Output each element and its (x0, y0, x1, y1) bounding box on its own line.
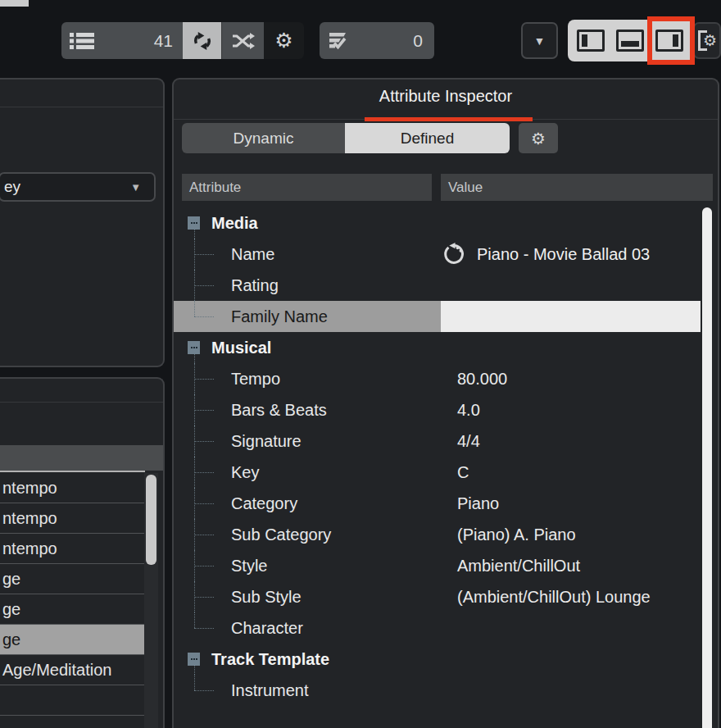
list-item (0, 716, 145, 728)
attribute-value-cell[interactable] (441, 675, 718, 706)
attribute-row[interactable]: NamePiano - Movie Ballad 03 (174, 239, 718, 270)
attribute-value-cell[interactable]: Piano (441, 488, 718, 519)
inspector-scrollbar-thumb[interactable] (702, 207, 712, 728)
tree-line (194, 535, 214, 535)
attribute-value: C (441, 457, 469, 488)
collapse-icon[interactable] (188, 341, 200, 354)
column-header-value[interactable]: Value (441, 174, 713, 201)
attribute-value-cell[interactable]: (Ambient/ChillOut) Lounge (441, 581, 718, 612)
left-zone-toggle-button[interactable] (577, 30, 605, 52)
attribute-label: Signature (231, 425, 302, 457)
checked-items-display[interactable]: 0 (320, 22, 434, 59)
attribute-row[interactable]: Rating (174, 270, 718, 301)
tree-line (194, 472, 214, 473)
list-scrollbar-thumb[interactable] (146, 475, 156, 565)
shuffle-button[interactable] (221, 22, 264, 59)
tree-line (194, 612, 195, 628)
panel-title: Attribute Inspector (174, 87, 718, 106)
attribute-inspector-panel: Attribute Inspector Dynamic Defined ⚙ At… (172, 78, 719, 728)
media-settings-button[interactable]: ⚙ (264, 22, 304, 59)
list-item[interactable]: ge (0, 625, 145, 655)
media-type-icon-wrap (442, 242, 467, 266)
attribute-group-row[interactable]: Media (174, 207, 718, 239)
attribute-row[interactable]: Signature4/4 (174, 425, 718, 457)
attribute-label: Bars & Beats (231, 394, 327, 425)
attribute-row[interactable]: Family Name (174, 301, 718, 332)
attribute-value-cell[interactable]: Ambient/ChillOut (441, 550, 718, 581)
filter-column-header[interactable] (0, 445, 163, 471)
sync-button[interactable] (183, 22, 221, 59)
list-item[interactable]: ntempo (0, 473, 145, 503)
loop-icon (442, 242, 467, 266)
attribute-settings-button[interactable]: ⚙ (519, 123, 558, 153)
panel-divider (0, 402, 163, 403)
tree-line (194, 379, 214, 380)
tree-line (194, 675, 195, 690)
checked-list-icon (328, 32, 349, 50)
tree-line (194, 690, 214, 691)
toolbar-dropdown-button[interactable]: ▼ (521, 22, 558, 59)
collapse-icon[interactable] (188, 653, 200, 666)
attribute-value-cell[interactable]: (Piano) A. Piano (441, 519, 718, 550)
tab-dynamic[interactable]: Dynamic (182, 123, 345, 153)
tree-line (194, 301, 195, 316)
window-layout-button[interactable]: ⚙ (693, 22, 721, 59)
attribute-label: Category (231, 488, 297, 519)
list-item[interactable]: ntempo (0, 503, 145, 534)
tab-defined[interactable]: Defined (345, 123, 510, 153)
tree-line (194, 628, 214, 629)
attribute-value: Ambient/ChillOut (441, 550, 580, 581)
media-items-count-display[interactable]: 41 (61, 22, 183, 59)
chevron-down-icon: ▼ (534, 34, 546, 48)
filter-dropdown-value: ey (0, 178, 20, 196)
column-header-attribute[interactable]: Attribute (182, 174, 432, 201)
attribute-row[interactable]: Sub Category(Piano) A. Piano (174, 519, 718, 550)
filter-results-panel: ntempontempontempogegegeAge/Meditation (0, 377, 165, 728)
list-item[interactable]: ntempo (0, 534, 145, 564)
group-label: Musical (211, 332, 271, 363)
shuffle-icon (232, 32, 255, 50)
attribute-group-row[interactable]: Musical (174, 332, 718, 363)
attribute-value-cell[interactable]: C (441, 457, 718, 488)
list-item[interactable]: ge (0, 594, 145, 625)
list-item[interactable]: ge (0, 564, 145, 594)
attribute-value: 80.000 (441, 363, 507, 394)
attribute-value-cell[interactable]: 4/4 (441, 425, 718, 457)
attribute-value: 4/4 (441, 425, 480, 457)
attribute-value-cell[interactable]: 80.000 (441, 363, 718, 394)
attribute-value-cell[interactable]: 4.0 (441, 394, 718, 425)
attribute-label: Style (231, 550, 267, 581)
attribute-value-cell[interactable]: Piano - Movie Ballad 03 (441, 239, 718, 270)
attribute-label: Character (231, 612, 303, 644)
attribute-row[interactable]: Bars & Beats4.0 (174, 394, 718, 425)
attribute-group-row[interactable]: Track Template (174, 644, 718, 675)
attribute-row[interactable]: Sub Style(Ambient/ChillOut) Lounge (174, 581, 718, 612)
attribute-row[interactable]: KeyC (174, 457, 718, 488)
window-edge-fragment (0, 0, 29, 7)
checked-items-count: 0 (413, 31, 423, 51)
attribute-row[interactable]: Instrument (174, 675, 718, 706)
window-layout-gear-icon: ⚙ (703, 33, 717, 48)
gear-icon: ⚙ (274, 30, 292, 51)
group-label: Track Template (211, 644, 329, 675)
list-item (0, 685, 145, 716)
attribute-row[interactable]: CategoryPiano (174, 488, 718, 519)
attribute-value: 4.0 (441, 394, 480, 425)
media-items-toolbar-group: 41 ⚙ (61, 22, 304, 59)
attribute-row[interactable]: Character (174, 612, 718, 644)
list-item[interactable]: Age/Meditation (0, 655, 145, 685)
attribute-row[interactable]: Tempo80.000 (174, 363, 718, 394)
tree-line (194, 566, 214, 566)
attribute-value-cell[interactable] (441, 301, 718, 332)
bottom-zone-toggle-button[interactable] (616, 30, 644, 52)
attribute-label: Sub Category (231, 519, 331, 550)
filter-attribute-dropdown[interactable]: ey ▼ (0, 172, 156, 202)
filter-value-list: ntempontempontempogegegeAge/Meditation (0, 473, 145, 728)
attribute-value-cell[interactable] (441, 612, 718, 644)
attribute-value-cell[interactable] (441, 270, 718, 301)
attribute-row[interactable]: StyleAmbient/ChillOut (174, 550, 718, 581)
collapse-icon[interactable] (188, 216, 200, 230)
left-zone-icon (582, 34, 587, 47)
attribute-label: Sub Style (231, 581, 302, 612)
tree-line (194, 354, 195, 363)
